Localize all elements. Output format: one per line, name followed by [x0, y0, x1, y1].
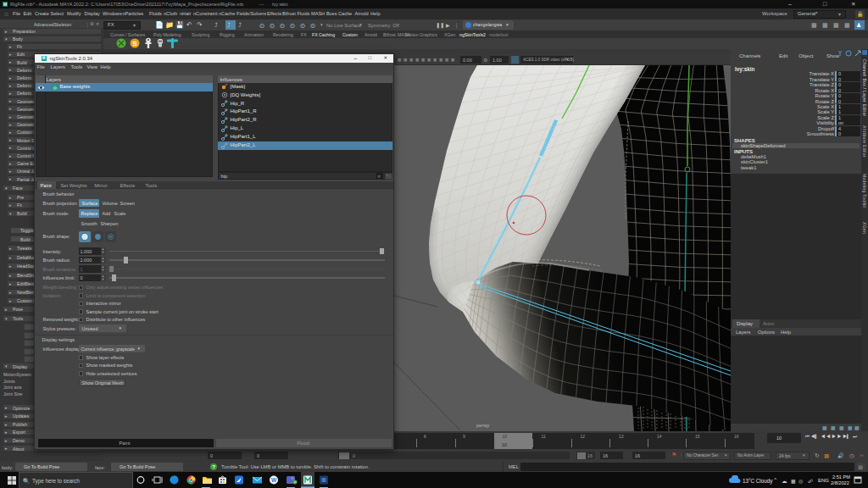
svg-text:persp: persp [476, 423, 490, 428]
svg-text:S: S [132, 40, 137, 47]
svg-text:W: W [271, 477, 277, 483]
